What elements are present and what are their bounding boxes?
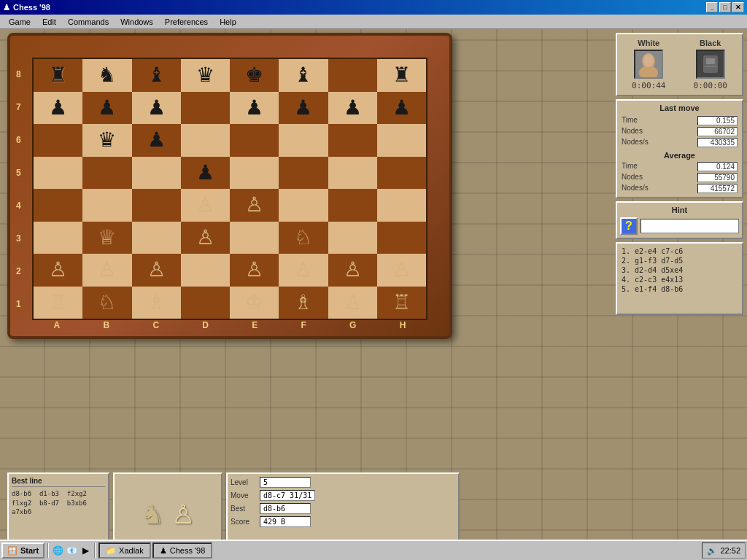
xadlak-taskbar-item[interactable]: 📁 Xadlak: [98, 542, 151, 559]
square-e5[interactable]: [230, 157, 279, 190]
square-f7[interactable]: ♟: [279, 92, 328, 125]
square-f6[interactable]: [279, 124, 328, 157]
xadlak-icon: 📁: [106, 546, 116, 556]
square-a1[interactable]: ♖: [34, 287, 82, 319]
menu-bar: Game Edit Commands Windows Preferences H…: [0, 15, 747, 29]
square-h6[interactable]: [377, 124, 426, 157]
square-f5[interactable]: [279, 157, 328, 190]
square-d1[interactable]: [181, 287, 230, 319]
square-g1[interactable]: ♙: [328, 287, 377, 319]
taskbar: 🪟 Start 🌐 📧 ▶ 📁 Xadlak ♟ Chess '98 🔊 22:…: [0, 540, 747, 560]
square-c6[interactable]: ♟: [132, 124, 181, 157]
square-h8[interactable]: ♜: [377, 59, 426, 92]
close-button[interactable]: ✕: [732, 2, 744, 12]
square-c5[interactable]: [132, 157, 181, 190]
square-b6[interactable]: ♛: [82, 124, 131, 157]
menu-edit[interactable]: Edit: [36, 16, 62, 28]
square-h2[interactable]: ♙: [377, 254, 426, 287]
square-a6[interactable]: [34, 124, 82, 157]
square-g5[interactable]: [328, 157, 377, 190]
square-d5[interactable]: ♟: [181, 157, 230, 190]
square-g4[interactable]: [328, 189, 377, 222]
start-label: Start: [20, 546, 39, 555]
square-h4[interactable]: [377, 189, 426, 222]
score-value: 429 B: [260, 516, 311, 527]
hint-input[interactable]: [640, 219, 739, 233]
square-d7[interactable]: [181, 92, 230, 125]
square-e1[interactable]: ♔: [230, 287, 279, 319]
square-d8[interactable]: ♛: [181, 59, 230, 92]
square-e7[interactable]: ♟: [230, 92, 279, 125]
square-c4[interactable]: [132, 189, 181, 222]
chess-taskbar-item[interactable]: ♟ Chess '98: [152, 542, 213, 559]
square-d4[interactable]: ♙: [181, 189, 230, 222]
pawn-piece: ♙: [171, 499, 195, 530]
square-a7[interactable]: ♟: [34, 92, 82, 125]
nodes-label: Nodes: [622, 127, 643, 136]
square-a4[interactable]: [34, 189, 82, 222]
hint-row: ?: [620, 217, 739, 235]
menu-commands[interactable]: Commands: [62, 16, 115, 28]
square-e6[interactable]: [230, 124, 279, 157]
square-h1[interactable]: ♖: [377, 287, 426, 319]
square-b1[interactable]: ♘: [82, 287, 131, 319]
menu-help[interactable]: Help: [214, 16, 242, 28]
square-c3[interactable]: [132, 222, 181, 254]
menu-windows[interactable]: Windows: [115, 16, 159, 28]
square-d2[interactable]: [181, 254, 230, 287]
menu-game[interactable]: Game: [3, 16, 36, 28]
square-b4[interactable]: [82, 189, 131, 222]
square-a2[interactable]: ♙: [34, 254, 82, 287]
media-icon[interactable]: ▶: [80, 545, 91, 556]
black-time: 0:00:00: [694, 81, 727, 90]
square-b3[interactable]: ♕: [82, 222, 131, 254]
square-f4[interactable]: [279, 189, 328, 222]
square-f8[interactable]: ♝: [279, 59, 328, 92]
square-g8[interactable]: [328, 59, 377, 92]
square-e4[interactable]: ♙: [230, 189, 279, 222]
square-f3[interactable]: ♘: [279, 222, 328, 254]
square-b5[interactable]: [82, 157, 131, 190]
square-h3[interactable]: [377, 222, 426, 254]
start-icon: 🪟: [7, 546, 18, 556]
ie-icon[interactable]: 🌐: [52, 545, 63, 556]
square-c8[interactable]: ♝: [132, 59, 181, 92]
square-f2[interactable]: ♙: [279, 254, 328, 287]
menu-preferences[interactable]: Preferences: [159, 16, 214, 28]
best-value: d8-b6: [260, 503, 311, 514]
square-b7[interactable]: ♟: [82, 92, 131, 125]
chess-taskbar-label: Chess '98: [170, 546, 206, 555]
moves-panel[interactable]: 1. e2-e4 c7-c6 2. g1-f3 d7-d5 3. d2-d4 d…: [616, 242, 743, 315]
square-g7[interactable]: ♟: [328, 92, 377, 125]
square-h5[interactable]: [377, 157, 426, 190]
square-g3[interactable]: [328, 222, 377, 254]
square-d3[interactable]: ♙: [181, 222, 230, 254]
mail-icon[interactable]: 📧: [66, 545, 77, 556]
chess-board[interactable]: ♜ ♞ ♝ ♛ ♚ ♝ ♜ ♟ ♟ ♟ ♟ ♟ ♟ ♟ ♛ ♟: [32, 58, 427, 320]
square-c7[interactable]: ♟: [132, 92, 181, 125]
square-b8[interactable]: ♞: [82, 59, 131, 92]
square-e3[interactable]: [230, 222, 279, 254]
square-a5[interactable]: [34, 157, 82, 190]
nodes-s-label: Nodes/s: [622, 138, 649, 147]
minimize-button[interactable]: _: [706, 2, 718, 12]
hint-icon[interactable]: ?: [620, 217, 638, 235]
start-button[interactable]: 🪟 Start: [1, 542, 44, 559]
svg-rect-5: [705, 66, 716, 67]
square-e8[interactable]: ♚: [230, 59, 279, 92]
square-f1[interactable]: ♗: [279, 287, 328, 319]
square-g2[interactable]: ♙: [328, 254, 377, 287]
square-c1[interactable]: ♗: [132, 287, 181, 319]
title-bar-left: ♟ Chess '98: [3, 3, 50, 12]
square-c2[interactable]: ♙: [132, 254, 181, 287]
square-e2[interactable]: ♙: [230, 254, 279, 287]
square-g6[interactable]: [328, 124, 377, 157]
square-a3[interactable]: [34, 222, 82, 254]
maximize-button[interactable]: □: [719, 2, 731, 12]
square-a8[interactable]: ♜: [34, 59, 82, 92]
avg-time-label: Time: [622, 162, 638, 171]
square-d6[interactable]: [181, 124, 230, 157]
move-value: d8-c7 31/31: [260, 490, 315, 501]
square-h7[interactable]: ♟: [377, 92, 426, 125]
square-b2[interactable]: ♙: [82, 254, 131, 287]
